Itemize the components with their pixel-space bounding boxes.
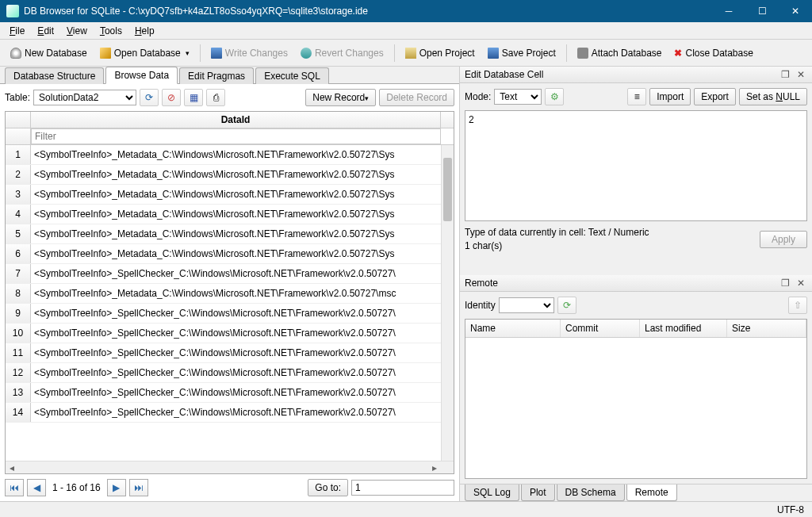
menu-file[interactable]: File xyxy=(3,24,31,38)
table-row[interactable]: 12<SymbolTreeInfo>_SpellChecker_C:\Windo… xyxy=(6,363,441,383)
table-select[interactable]: SolutionData2 xyxy=(33,90,136,105)
clear-filters-button[interactable]: ⊘ xyxy=(162,89,181,106)
mode-label: Mode: xyxy=(465,91,491,102)
last-page-button[interactable]: ⏭ xyxy=(129,479,148,496)
table-row[interactable]: 4<SymbolTreeInfo>_Metadata_C:\Windows\Mi… xyxy=(6,205,441,224)
row-number: 8 xyxy=(6,284,31,303)
goto-input[interactable] xyxy=(351,480,454,496)
panel-undock-button[interactable]: ❐ xyxy=(779,69,791,80)
row-number: 11 xyxy=(6,343,31,362)
tab-browse-data[interactable]: Browse Data xyxy=(105,67,178,84)
cell-dataid[interactable]: <SymbolTreeInfo>_SpellChecker_C:\Windows… xyxy=(31,327,441,339)
table-row[interactable]: 8<SymbolTreeInfo>_Metadata_C:\Windows\Mi… xyxy=(6,284,441,304)
edit-cell-panel-header: Edit Database Cell ❐ ✕ xyxy=(460,67,812,83)
delete-record-button[interactable]: Delete Record xyxy=(379,89,454,106)
panel-close-button[interactable]: ✕ xyxy=(795,69,807,80)
cell-dataid[interactable]: <SymbolTreeInfo>_Metadata_C:\Windows\Mic… xyxy=(31,228,441,239)
menu-edit[interactable]: Edit xyxy=(31,24,60,38)
open-database-button[interactable]: Open Database▾ xyxy=(94,44,195,62)
remote-col-commit[interactable]: Commit xyxy=(561,320,640,337)
first-page-button[interactable]: ⏮ xyxy=(5,479,24,496)
remote-col-modified[interactable]: Last modified xyxy=(640,320,727,337)
identity-refresh-button[interactable]: ⟳ xyxy=(557,297,576,314)
tab-execute-sql[interactable]: Execute SQL xyxy=(255,67,329,84)
export-button[interactable]: Export xyxy=(694,88,736,105)
remote-col-name[interactable]: Name xyxy=(465,320,561,337)
cell-dataid[interactable]: <SymbolTreeInfo>_SpellChecker_C:\Windows… xyxy=(31,407,441,418)
tab-database-structure[interactable]: Database Structure xyxy=(5,67,104,84)
menu-view[interactable]: View xyxy=(60,24,94,38)
attach-database-button[interactable]: Attach Database xyxy=(572,44,668,62)
chevron-down-icon: ▾ xyxy=(186,49,190,57)
prev-page-button[interactable]: ◀ xyxy=(27,479,46,496)
cell-dataid[interactable]: <SymbolTreeInfo>_SpellChecker_C:\Windows… xyxy=(31,268,441,279)
save-table-button[interactable]: ▦ xyxy=(184,89,203,106)
set-null-button[interactable]: Set as NULL xyxy=(739,88,807,105)
column-header-dataid[interactable]: DataId xyxy=(31,112,441,128)
refresh-button[interactable]: ⟳ xyxy=(140,89,159,106)
maximize-button[interactable]: ☐ xyxy=(745,0,779,22)
disk-icon: ▦ xyxy=(190,92,198,103)
panel-undock-button[interactable]: ❐ xyxy=(779,278,791,289)
statusbar: UTF-8 xyxy=(0,501,812,517)
tab-db-schema[interactable]: DB Schema xyxy=(557,484,625,501)
bottom-tabs: SQL Log Plot DB Schema Remote xyxy=(460,484,812,501)
row-number: 10 xyxy=(6,324,31,343)
remote-col-size[interactable]: Size xyxy=(727,320,806,337)
cell-dataid[interactable]: <SymbolTreeInfo>_Metadata_C:\Windows\Mic… xyxy=(31,288,441,299)
write-changes-button[interactable]: Write Changes xyxy=(205,44,293,62)
mode-action-button[interactable]: ⚙ xyxy=(545,88,564,105)
cell-dataid[interactable]: <SymbolTreeInfo>_SpellChecker_C:\Windows… xyxy=(31,347,441,358)
menu-help[interactable]: Help xyxy=(128,24,161,38)
apply-button[interactable]: Apply xyxy=(760,231,807,248)
tab-edit-pragmas[interactable]: Edit Pragmas xyxy=(179,67,254,84)
tab-sql-log[interactable]: SQL Log xyxy=(465,484,519,501)
cell-dataid[interactable]: <SymbolTreeInfo>_SpellChecker_C:\Windows… xyxy=(31,387,441,398)
filter-input[interactable] xyxy=(31,128,441,144)
cell-dataid[interactable]: <SymbolTreeInfo>_Metadata_C:\Windows\Mic… xyxy=(31,248,441,259)
remote-push-button[interactable]: ⇧ xyxy=(788,297,807,314)
table-row[interactable]: 3<SymbolTreeInfo>_Metadata_C:\Windows\Mi… xyxy=(6,185,441,205)
table-row[interactable]: 7<SymbolTreeInfo>_SpellChecker_C:\Window… xyxy=(6,264,441,284)
table-row[interactable]: 1<SymbolTreeInfo>_Metadata_C:\Windows\Mi… xyxy=(6,145,441,165)
horizontal-scrollbar[interactable]: ◂▸ xyxy=(6,461,454,473)
cell-editor[interactable]: 2 xyxy=(465,110,807,221)
revert-changes-button[interactable]: Revert Changes xyxy=(295,44,389,62)
table-row[interactable]: 6<SymbolTreeInfo>_Metadata_C:\Windows\Mi… xyxy=(6,244,441,264)
mode-select[interactable]: Text xyxy=(494,89,542,105)
cell-dataid[interactable]: <SymbolTreeInfo>_Metadata_C:\Windows\Mic… xyxy=(31,169,441,180)
filter-clear-icon: ⊘ xyxy=(167,92,175,103)
new-database-button[interactable]: New Database xyxy=(5,44,93,62)
folder-open-icon xyxy=(100,48,111,59)
open-project-button[interactable]: Open Project xyxy=(400,44,481,62)
toolbar: New Database Open Database▾ Write Change… xyxy=(0,40,812,67)
table-row[interactable]: 2<SymbolTreeInfo>_Metadata_C:\Windows\Mi… xyxy=(6,165,441,185)
cell-dataid[interactable]: <SymbolTreeInfo>_Metadata_C:\Windows\Mic… xyxy=(31,149,441,160)
table-row[interactable]: 11<SymbolTreeInfo>_SpellChecker_C:\Windo… xyxy=(6,343,441,363)
new-record-button[interactable]: New Record▾ xyxy=(305,89,376,106)
cell-dataid[interactable]: <SymbolTreeInfo>_SpellChecker_C:\Windows… xyxy=(31,308,441,319)
text-align-button[interactable]: ≡ xyxy=(627,88,646,105)
table-row[interactable]: 5<SymbolTreeInfo>_Metadata_C:\Windows\Mi… xyxy=(6,224,441,244)
print-button[interactable]: ⎙ xyxy=(206,89,225,106)
minimize-button[interactable]: ─ xyxy=(712,0,745,22)
identity-select[interactable] xyxy=(499,297,554,313)
close-database-button[interactable]: ✖Close Database xyxy=(668,44,758,62)
next-page-button[interactable]: ▶ xyxy=(107,479,126,496)
import-button[interactable]: Import xyxy=(649,88,691,105)
table-row[interactable]: 10<SymbolTreeInfo>_SpellChecker_C:\Windo… xyxy=(6,324,441,343)
cell-dataid[interactable]: <SymbolTreeInfo>_Metadata_C:\Windows\Mic… xyxy=(31,189,441,200)
table-row[interactable]: 14<SymbolTreeInfo>_SpellChecker_C:\Windo… xyxy=(6,403,441,423)
table-row[interactable]: 13<SymbolTreeInfo>_SpellChecker_C:\Windo… xyxy=(6,383,441,403)
panel-close-button[interactable]: ✕ xyxy=(795,278,807,289)
vertical-scrollbar[interactable] xyxy=(441,145,454,461)
cell-dataid[interactable]: <SymbolTreeInfo>_Metadata_C:\Windows\Mic… xyxy=(31,209,441,220)
cell-dataid[interactable]: <SymbolTreeInfo>_SpellChecker_C:\Windows… xyxy=(31,367,441,378)
tab-remote[interactable]: Remote xyxy=(626,484,677,501)
tab-plot[interactable]: Plot xyxy=(521,484,555,501)
save-project-button[interactable]: Save Project xyxy=(482,44,561,62)
goto-button[interactable]: Go to: xyxy=(308,479,348,496)
table-row[interactable]: 9<SymbolTreeInfo>_SpellChecker_C:\Window… xyxy=(6,304,441,324)
menu-tools[interactable]: Tools xyxy=(94,24,128,38)
close-button[interactable]: ✕ xyxy=(779,0,812,22)
